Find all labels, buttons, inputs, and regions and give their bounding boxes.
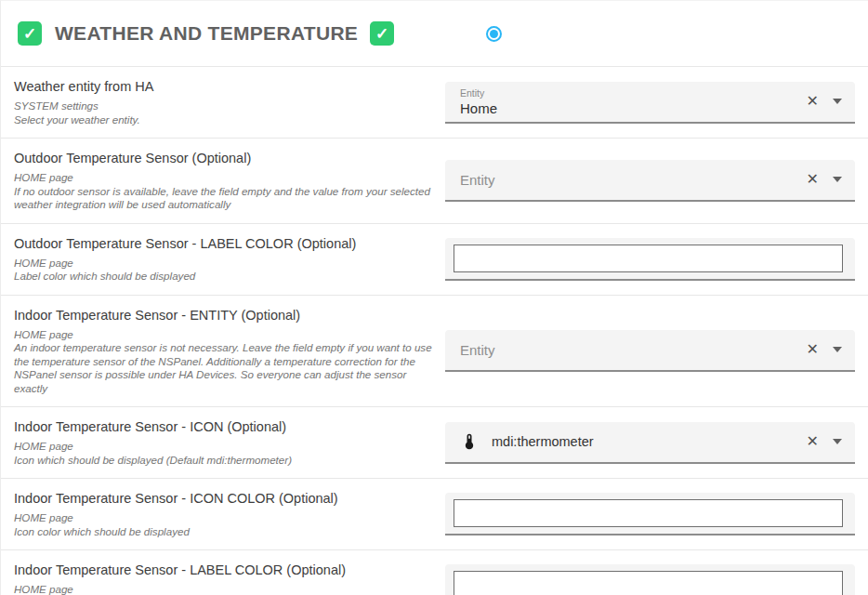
outdoor-sensor-entity-select[interactable]: Entity ✕ [445,160,855,202]
settings-row-indoor-icon: Indoor Temperature Sensor - ICON (Option… [1,406,868,478]
select-placeholder: Entity [460,342,807,358]
settings-row-outdoor-label-color: Outdoor Temperature Sensor - LABEL COLOR… [1,223,868,295]
select-placeholder: Entity [460,172,807,188]
thermometer-icon [460,432,479,451]
section-enable-checkbox[interactable]: ✓ [18,21,42,46]
indoor-sensor-entity-select[interactable]: Entity ✕ [445,330,855,372]
settings-row-weather-entity: Weather entity from HA SYSTEM settings S… [1,66,868,138]
row-page: HOME page [14,257,434,271]
check-icon: ✓ [375,24,388,44]
indoor-label-color-input[interactable] [454,571,843,595]
settings-page: ✓ WEATHER AND TEMPERATURE ✓ Weather enti… [0,0,868,595]
row-page: HOME page [14,171,434,185]
indoor-icon-select[interactable]: mdi:thermometer ✕ [445,422,855,464]
section-header: ✓ WEATHER AND TEMPERATURE ✓ [1,1,868,66]
indoor-label-color-field-shell [445,564,855,595]
select-value: mdi:thermometer [492,434,594,449]
row-description: If no outdoor sensor is available, leave… [14,185,434,212]
settings-row-outdoor-sensor: Outdoor Temperature Sensor (Optional) HO… [1,138,868,223]
clear-icon[interactable]: ✕ [807,342,819,357]
chevron-down-icon[interactable] [833,439,842,444]
row-page: HOME page [14,328,434,342]
indoor-icon-color-input[interactable] [454,499,843,527]
clear-icon[interactable]: ✕ [807,94,819,109]
outdoor-label-color-field-shell [445,238,855,281]
clear-icon[interactable]: ✕ [807,172,819,187]
row-description: Label color which should be displayed [14,270,434,284]
row-label: Indoor Temperature Sensor - ENTITY (Opti… [14,307,434,324]
section-title: WEATHER AND TEMPERATURE [55,22,358,45]
row-page: SYSTEM settings [14,99,434,113]
row-label: Indoor Temperature Sensor - ICON (Option… [14,418,434,435]
chevron-down-icon[interactable] [833,177,842,182]
select-floating-label: Entity [460,87,807,99]
select-value: Home [460,100,807,116]
row-description: Icon which should be displayed (Default … [14,454,434,468]
indoor-icon-color-field-shell [445,493,855,536]
row-description: Icon color which should be displayed [14,525,434,539]
settings-row-indoor-icon-color: Indoor Temperature Sensor - ICON COLOR (… [1,478,868,549]
section-radio-button[interactable] [486,26,502,42]
row-label: Indoor Temperature Sensor - LABEL COLOR … [14,562,434,578]
row-label: Outdoor Temperature Sensor - LABEL COLOR… [14,235,434,252]
row-label: Weather entity from HA [14,78,434,95]
settings-row-indoor-label-color: Indoor Temperature Sensor - LABEL COLOR … [1,549,868,595]
clear-icon[interactable]: ✕ [807,434,819,449]
outdoor-label-color-input[interactable] [454,245,843,272]
radio-dot [490,30,498,38]
row-description: Select your weather entity. [14,113,434,127]
row-page: HOME page [14,583,434,595]
chevron-down-icon[interactable] [833,347,842,352]
row-label: Indoor Temperature Sensor - ICON COLOR (… [14,490,434,507]
chevron-down-icon[interactable] [833,99,842,104]
row-page: HOME page [14,440,434,454]
row-page: HOME page [14,511,434,525]
weather-entity-select[interactable]: Entity Home ✕ [445,82,855,124]
row-label: Outdoor Temperature Sensor (Optional) [14,150,434,166]
section-secondary-checkbox[interactable]: ✓ [370,21,394,46]
settings-row-indoor-entity: Indoor Temperature Sensor - ENTITY (Opti… [1,295,868,407]
check-icon: ✓ [23,24,36,44]
row-description: An indoor temperature sensor is not nece… [14,341,434,395]
